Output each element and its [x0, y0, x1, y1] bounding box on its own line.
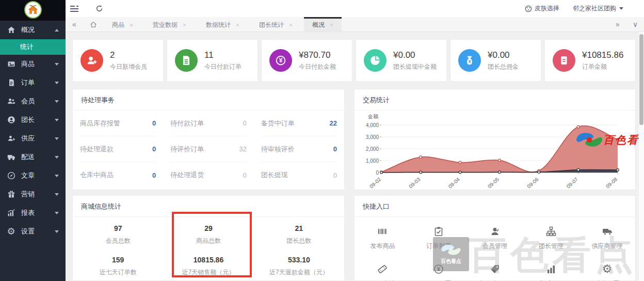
sidebar-item-goods[interactable]: 商品	[0, 55, 66, 73]
gift-icon	[7, 190, 15, 199]
panel-title: 待处理事务	[73, 89, 344, 111]
mall-stat-refund-7d: 533.10近7天退款金额（元）	[254, 256, 344, 277]
quick-entry-robot-manage[interactable]: 机器人管理	[467, 263, 523, 281]
money-bag-icon: ¥	[458, 49, 481, 72]
pending-value[interactable]: 0	[152, 171, 156, 179]
user-icon	[467, 225, 523, 238]
bars-icon	[523, 263, 579, 275]
mall-stats-panel: 商城信息统计 97会员总数29商品总数21团长总数159近七天订单数10815.…	[72, 195, 345, 281]
stat-label: 订单金额	[582, 63, 623, 71]
app-logo[interactable]	[24, 1, 42, 19]
stat-label: 团长提现中金额	[393, 63, 437, 71]
tabs-scroll-right-icon[interactable]: »	[609, 20, 626, 28]
tab-close-icon[interactable]: ×	[183, 22, 186, 29]
sidebar-item-members[interactable]: 会员	[0, 92, 66, 111]
mall-stat-label: 近7天退款金额（元）	[254, 268, 344, 277]
refresh-icon[interactable]	[90, 0, 108, 17]
pending-value[interactable]: 0	[152, 145, 156, 153]
sidebar-item-label: 文章	[21, 171, 55, 180]
sidebar-item-label: 报表	[21, 208, 55, 217]
panel-title: 商城信息统计	[73, 196, 344, 217]
pending-label: 备货中订单	[261, 119, 295, 128]
yen-outline-icon: ¥	[411, 263, 467, 275]
tabs-menu-icon[interactable]: ∨	[626, 20, 644, 28]
quick-entry-withdraw-apply[interactable]: 提现申请	[355, 263, 411, 281]
sidebar-item-overview[interactable]: 概况	[0, 21, 66, 39]
sidebar-item-label: 团长	[21, 115, 55, 124]
mall-stat-label: 商品总数	[163, 237, 253, 245]
svg-text:09-05: 09-05	[487, 176, 501, 190]
tab-close-icon[interactable]: ×	[330, 22, 333, 29]
tab-close-icon[interactable]: ×	[236, 22, 239, 29]
pending-label: 待评价订单	[170, 145, 204, 154]
sidebar-item-settings[interactable]: ⚙设置	[0, 222, 66, 241]
tag-icon	[467, 263, 523, 275]
stat-value: ¥870.70	[299, 50, 336, 60]
trade-chart: 金额01,0002,0003,0004,00009-0209-0309-0409…	[355, 111, 635, 190]
sidebar-item-orders[interactable]: 订单	[0, 73, 66, 92]
clipboard-icon	[411, 225, 467, 238]
sidebar-subitem-stats[interactable]: 统计	[0, 39, 66, 55]
pending-value: 0	[333, 171, 337, 179]
tab-close-icon[interactable]: ×	[130, 22, 133, 29]
quick-entry-site-settings[interactable]: ⚙站点设置	[579, 263, 635, 281]
collapse-menu-icon[interactable]	[66, 0, 83, 17]
tab-business-data[interactable]: 营业数据×	[144, 17, 195, 32]
pending-value[interactable]: 0	[152, 119, 156, 127]
stat-label: 今日付款订单	[204, 63, 242, 71]
sidebar-item-articles[interactable]: 文章	[0, 166, 66, 185]
quick-entry-leader-manage[interactable]: 团长管理	[523, 225, 579, 251]
main-content: 2今日新增会员11今日付款订单¥¥870.70今日付款金额¥0.00团长提现中金…	[66, 32, 644, 281]
tab-overview[interactable]: 概况×	[304, 17, 342, 32]
sidebar-item-label: 商品	[21, 59, 55, 69]
tab-leader-stats[interactable]: 团长统计×	[251, 17, 301, 32]
pending-value[interactable]: 22	[330, 119, 337, 127]
quick-entry-publish-goods[interactable]: 发布商品	[355, 225, 411, 251]
sidebar-item-leaders[interactable]: 团长	[0, 111, 66, 129]
compass-icon	[7, 171, 15, 180]
svg-text:1,000: 1,000	[366, 158, 379, 164]
pending-label: 待处理退货	[170, 170, 204, 180]
stat-value: 2	[110, 50, 147, 60]
topbar: 皮肤选择 邻之家社区团购	[66, 0, 644, 17]
quick-entry-label: 会员管理	[467, 242, 523, 251]
site-selector-dropdown[interactable]: 邻之家社区团购	[573, 4, 623, 13]
home-tab[interactable]	[83, 17, 104, 32]
quick-entry-aftersale[interactable]: 售后处理	[523, 263, 579, 281]
mall-stat-label: 近7天销售额（元）	[163, 268, 253, 277]
home-icon	[7, 26, 15, 35]
doc-icon	[7, 79, 15, 87]
svg-text:¥: ¥	[437, 266, 440, 272]
skin-select-label: 皮肤选择	[535, 4, 559, 13]
skin-select-button[interactable]: 皮肤选择	[525, 4, 559, 13]
pending-value[interactable]: 0	[333, 145, 337, 153]
sidebar-item-marketing[interactable]: 营销	[0, 185, 66, 204]
tab-goods[interactable]: 商品×	[104, 17, 141, 32]
sidebar-item-reports[interactable]: 报表	[0, 204, 66, 222]
pending-value: 0	[243, 171, 246, 179]
pending-label: 商品库存报警	[80, 119, 120, 128]
svg-text:09-04: 09-04	[447, 176, 461, 190]
quick-entry-order-list[interactable]: 订单列表	[411, 225, 467, 251]
palette-icon	[525, 5, 532, 12]
sidebar-item-supply[interactable]: 供应	[0, 129, 66, 148]
tab-label: 数据统计	[206, 21, 231, 29]
stat-label: 今日付款金额	[299, 63, 336, 71]
quick-entry-label: 订单列表	[411, 242, 467, 251]
stat-value: ¥0.00	[488, 50, 519, 60]
mall-stat-label: 近七天订单数	[73, 268, 163, 277]
tab-data-stats[interactable]: 数据统计×	[198, 17, 248, 32]
caret-down-icon	[55, 63, 59, 66]
pending-label: 待付款订单	[170, 119, 204, 128]
quick-entry-supplier-manage[interactable]: 供应商管理	[579, 225, 635, 251]
scrollbar-thumb[interactable]	[639, 34, 643, 125]
tabs-scroll-left-icon[interactable]: «	[66, 17, 83, 32]
sidebar-item-delivery[interactable]: 配送	[0, 148, 66, 166]
stat-card-leader-total-commission: ¥¥0.00团长总佣金	[450, 39, 541, 82]
stat-label: 今日新增会员	[110, 63, 147, 71]
quick-entry-member-manage[interactable]: 会员管理	[467, 225, 523, 251]
tab-close-icon[interactable]: ×	[289, 22, 293, 29]
quick-entry-withdraw-settings[interactable]: ¥提现设置	[411, 263, 467, 281]
tabbar: « 商品×营业数据×数据统计×团长统计×概况× » ∨	[66, 17, 644, 32]
sidebar: 概况统计商品订单会员团长供应配送文章营销报表⚙设置	[0, 0, 66, 281]
